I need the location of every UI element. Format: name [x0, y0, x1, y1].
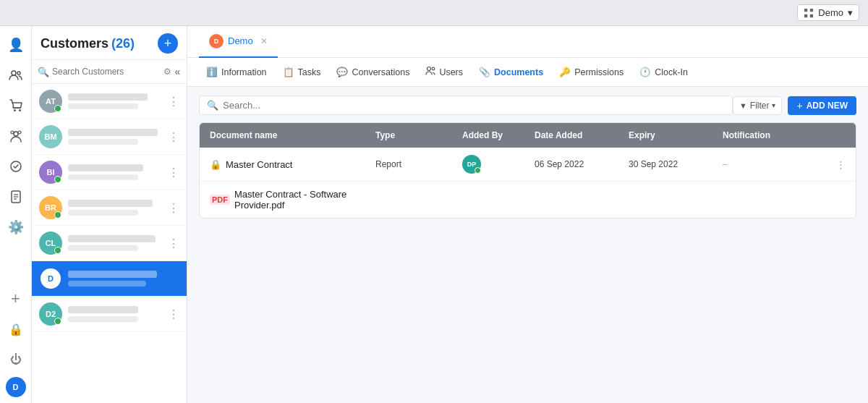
- row-menu-icon[interactable]: ⋮: [168, 95, 179, 109]
- subnav-conversations-label: Conversations: [352, 67, 409, 77]
- subnav-permissions-label: Permissions: [574, 67, 624, 77]
- customer-info: [68, 271, 179, 287]
- add-customer-button[interactable]: +: [158, 33, 178, 54]
- collapse-icon[interactable]: «: [174, 64, 181, 79]
- subnav-tasks-label: Tasks: [298, 67, 321, 77]
- nav-user-add[interactable]: 👤: [3, 32, 29, 58]
- avatar: AT: [39, 90, 62, 113]
- added-by-avatar: DP: [462, 155, 481, 174]
- svg-rect-0: [804, 8, 807, 11]
- svg-point-5: [17, 72, 20, 75]
- list-item[interactable]: BR ⋮: [32, 190, 187, 226]
- table-row: PDF Master Contract - Software Provider.…: [200, 182, 856, 218]
- col-dateadded: Date Added: [535, 130, 629, 140]
- customer-info: [68, 235, 168, 251]
- permissions-icon: 🔑: [559, 67, 571, 77]
- list-item[interactable]: BM ⋮: [32, 119, 187, 155]
- nav-cart[interactable]: [3, 93, 29, 119]
- pdf-icon: PDF: [210, 195, 230, 205]
- clockin-icon: 🕐: [639, 67, 651, 77]
- toolbar-right: ▼ Filter ▾ + ADD NEW: [733, 96, 856, 115]
- filter-label: Filter: [750, 101, 770, 111]
- avatar: BR: [39, 196, 62, 219]
- row-menu-icon[interactable]: ⋮: [168, 130, 179, 144]
- list-item[interactable]: D2 ⋮: [32, 297, 187, 332]
- nav-add[interactable]: +: [3, 286, 29, 312]
- svg-rect-1: [810, 8, 813, 11]
- users-icon: [425, 66, 435, 78]
- svg-point-7: [19, 109, 21, 111]
- row-menu-icon[interactable]: ⋮: [168, 307, 179, 321]
- docs-table: Document name Type Added By Date Added E…: [199, 122, 856, 219]
- subnav-information-label: Information: [221, 67, 267, 77]
- nav-badge[interactable]: [3, 153, 29, 179]
- svg-point-4: [12, 71, 16, 75]
- subnav-users-label: Users: [439, 67, 463, 77]
- customer-panel: Customers (26) + 🔍 ⚙ « AT ⋮ BM: [32, 26, 187, 403]
- doc-expiry: 30 Sep 2022: [629, 159, 723, 169]
- nav-team[interactable]: [3, 62, 29, 88]
- search-icon: 🔍: [38, 67, 49, 77]
- conversations-icon: 💬: [336, 67, 348, 77]
- col-actions: [817, 130, 846, 140]
- user-avatar[interactable]: D: [6, 377, 26, 397]
- customer-info: [68, 93, 168, 109]
- row-menu-icon[interactable]: ⋮: [168, 201, 179, 215]
- subnav-documents[interactable]: 📎 Documents: [472, 62, 550, 82]
- information-icon: ℹ️: [206, 67, 218, 77]
- subnav-clockin[interactable]: 🕐 Clock-In: [632, 62, 695, 82]
- nav-users-group[interactable]: [3, 123, 29, 149]
- list-item[interactable]: AT ⋮: [32, 84, 187, 119]
- lock-icon: 🔒: [210, 159, 221, 170]
- add-new-label: ADD NEW: [807, 101, 848, 111]
- customer-info: [68, 306, 168, 322]
- app-name: Demo: [818, 7, 843, 18]
- filter-icon[interactable]: ⚙: [163, 64, 171, 79]
- subnav-permissions[interactable]: 🔑 Permissions: [552, 62, 631, 82]
- filter-button[interactable]: ▼ Filter ▾: [733, 96, 783, 115]
- svg-point-6: [14, 109, 16, 111]
- left-nav: 👤 ⚙️ + 🔒 ⏻ D: [0, 26, 32, 403]
- subnav-users[interactable]: Users: [418, 61, 470, 82]
- subnav-clockin-label: Clock-In: [655, 67, 688, 77]
- row-menu-icon[interactable]: ⋮: [168, 166, 179, 179]
- svg-point-15: [433, 67, 435, 70]
- subnav-tasks[interactable]: 📋 Tasks: [276, 62, 328, 82]
- svg-point-8: [14, 132, 18, 136]
- tasks-icon: 📋: [283, 67, 294, 77]
- docs-search: 🔍: [199, 96, 733, 115]
- customer-panel-header: Customers (26) +: [32, 26, 187, 60]
- filter-chevron-icon: ▾: [772, 101, 775, 109]
- docs-search-input[interactable]: [223, 100, 725, 111]
- app-switcher[interactable]: Demo ▾: [797, 4, 859, 21]
- list-item[interactable]: CL ⋮: [32, 226, 187, 261]
- tab-label: Demo: [228, 35, 253, 46]
- list-item[interactable]: BI ⋮: [32, 155, 187, 190]
- nav-document[interactable]: [3, 184, 29, 210]
- avatar: CL: [39, 232, 62, 255]
- doc-notification: –: [723, 159, 817, 169]
- nav-lock[interactable]: 🔒: [3, 316, 29, 342]
- filter-icon: ▼: [739, 101, 747, 110]
- add-new-button[interactable]: + ADD NEW: [788, 96, 856, 115]
- customers-title: Customers: [41, 36, 109, 51]
- doc-name-text: Master Contract: [226, 159, 292, 170]
- tab-avatar: D: [209, 34, 224, 48]
- customer-list: AT ⋮ BM ⋮ BI: [32, 84, 187, 403]
- list-item[interactable]: D: [32, 261, 187, 297]
- nav-settings[interactable]: ⚙️: [3, 214, 29, 240]
- row-menu-icon[interactable]: ⋮: [168, 237, 179, 250]
- tab-demo[interactable]: D Demo ✕: [199, 26, 278, 58]
- customer-search-bar: 🔍 ⚙ «: [32, 60, 187, 84]
- doc-name: 🔒 Master Contract: [210, 159, 375, 170]
- documents-icon: 📎: [479, 67, 490, 77]
- subnav-information[interactable]: ℹ️ Information: [199, 62, 274, 82]
- top-bar: Demo ▾: [0, 0, 868, 26]
- row-menu-button[interactable]: ⋮: [817, 159, 846, 170]
- subnav-conversations[interactable]: 💬 Conversations: [329, 62, 417, 82]
- tab-close-icon[interactable]: ✕: [260, 36, 268, 46]
- nav-power[interactable]: ⏻: [3, 347, 29, 373]
- search-input[interactable]: [52, 67, 161, 77]
- col-expiry: Expiry: [629, 130, 723, 140]
- col-notification: Notification: [723, 130, 817, 140]
